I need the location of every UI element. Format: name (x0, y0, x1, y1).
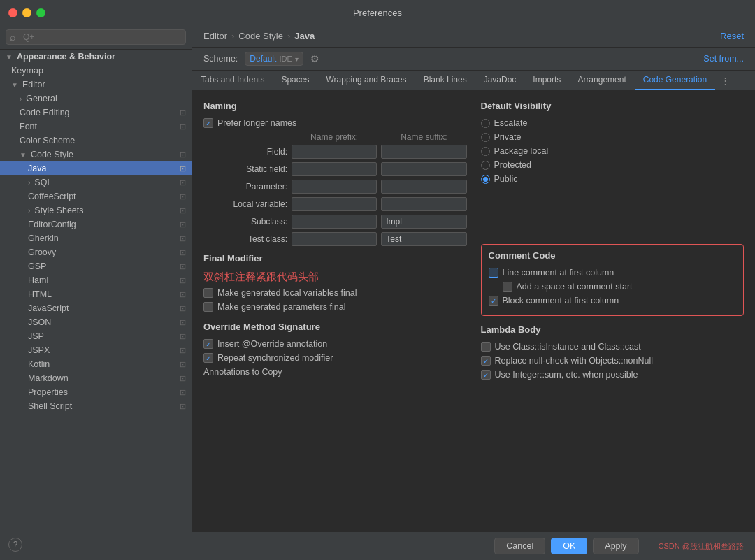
make-params-final-checkbox[interactable] (203, 302, 213, 312)
naming-row-subclass: Subclass: (203, 215, 467, 229)
tabs-row: Tabs and Indents Spaces Wrapping and Bra… (192, 71, 755, 91)
radio-public: Public (481, 174, 745, 184)
sidebar-item-editorconfig[interactable]: EditorConfig ⊡ (0, 217, 192, 231)
sidebar-item-gherkin[interactable]: Gherkin ⊡ (0, 231, 192, 245)
tab-tabs-indents[interactable]: Tabs and Indents (192, 71, 273, 90)
sidebar-item-java[interactable]: Java ⊡ (0, 161, 192, 175)
add-space-checkbox[interactable] (503, 282, 512, 292)
reset-button[interactable]: Reset (720, 31, 744, 41)
sidebar-item-jspx[interactable]: JSPX ⊡ (0, 343, 192, 357)
tab-javadoc[interactable]: JavaDoc (475, 71, 525, 90)
sidebar-item-shell-script[interactable]: Shell Script ⊡ (0, 399, 192, 413)
sidebar-item-color-scheme[interactable]: Color Scheme (0, 134, 192, 148)
close-button[interactable] (8, 8, 17, 17)
sidebar-item-kotlin[interactable]: Kotlin ⊡ (0, 357, 192, 371)
sidebar-item-properties[interactable]: Properties ⊡ (0, 385, 192, 399)
use-isinstance-row: Use Class::isInstance and Class::cast (481, 342, 745, 352)
public-radio[interactable] (481, 175, 490, 184)
package-local-radio[interactable] (481, 147, 490, 156)
subclass-suffix-input[interactable] (381, 215, 466, 229)
sidebar-item-appearance[interactable]: ▼ Appearance & Behavior (0, 50, 192, 64)
sidebar-item-code-style[interactable]: ▼ Code Style ⊡ (0, 148, 192, 161)
cancel-button[interactable]: Cancel (494, 538, 545, 554)
local-var-prefix-input[interactable] (292, 197, 377, 211)
window-controls[interactable] (8, 8, 45, 17)
page-icon: ⊡ (180, 304, 186, 313)
static-field-prefix-input[interactable] (292, 162, 377, 176)
apply-button[interactable]: Apply (593, 538, 638, 554)
local-var-suffix-input[interactable] (381, 197, 466, 211)
scheme-select[interactable]: Default IDE ▾ (245, 52, 303, 66)
escalate-radio[interactable] (481, 119, 490, 128)
subclass-prefix-input[interactable] (292, 215, 377, 229)
page-icon: ⊡ (180, 108, 186, 117)
tab-imports[interactable]: Imports (524, 71, 569, 90)
tab-blank-lines[interactable]: Blank Lines (415, 71, 475, 90)
content-scroll: Naming Prefer longer names Name prefix: … (192, 91, 755, 531)
two-col-layout: Naming Prefer longer names Name prefix: … (203, 101, 744, 384)
repeat-synchronized-checkbox[interactable] (203, 353, 213, 363)
parameter-prefix-input[interactable] (292, 180, 377, 194)
field-prefix-input[interactable] (292, 145, 377, 159)
page-icon: ⊡ (180, 276, 186, 285)
protected-radio[interactable] (481, 161, 490, 170)
make-local-final-checkbox[interactable] (203, 288, 213, 298)
sidebar-item-sql[interactable]: › SQL ⊡ (0, 175, 192, 189)
tab-spaces[interactable]: Spaces (273, 71, 317, 90)
gear-button[interactable]: ⚙ (310, 53, 319, 64)
sidebar-item-javascript[interactable]: JavaScript ⊡ (0, 301, 192, 315)
sidebar-item-keymap[interactable]: Keymap (0, 64, 192, 78)
sidebar: ▼ Appearance & Behavior Keymap ▼ Editor … (0, 25, 192, 560)
sidebar-item-html[interactable]: HTML ⊡ (0, 287, 192, 301)
maximize-button[interactable] (36, 8, 45, 17)
field-suffix-input[interactable] (381, 145, 466, 159)
breadcrumb-editor: Editor (203, 31, 227, 41)
sidebar-item-jsp[interactable]: JSP ⊡ (0, 329, 192, 343)
prefer-longer-names-checkbox[interactable] (203, 118, 213, 128)
override-section: Override Method Signature Insert @Overri… (203, 322, 467, 377)
test-class-suffix-input[interactable] (381, 232, 466, 246)
static-field-suffix-input[interactable] (381, 162, 466, 176)
tab-arrangement[interactable]: Arrangement (569, 71, 634, 90)
page-icon: ⊡ (180, 318, 186, 327)
sidebar-item-haml[interactable]: Haml ⊡ (0, 273, 192, 287)
private-radio[interactable] (481, 133, 490, 142)
use-integer-sum-checkbox[interactable] (481, 370, 491, 380)
use-isinstance-checkbox[interactable] (481, 342, 491, 352)
tab-code-generation[interactable]: Code Generation (635, 71, 715, 90)
arrow-icon: › (20, 95, 22, 103)
sidebar-item-code-editing[interactable]: Code Editing ⊡ (0, 106, 192, 120)
cn-annotation: 双斜杠注释紧跟代码头部 (203, 271, 467, 284)
search-input[interactable] (6, 29, 186, 45)
replace-null-check-checkbox[interactable] (481, 356, 491, 366)
sidebar-item-general[interactable]: › General (0, 92, 192, 106)
line-comment-first-checkbox[interactable] (489, 268, 498, 278)
sidebar-item-groovy[interactable]: Groovy ⊡ (0, 245, 192, 259)
page-icon: ⊡ (180, 178, 186, 187)
sidebar-item-coffeescript[interactable]: CoffeeScript ⊡ (0, 189, 192, 203)
final-modifier-title: Final Modifier (203, 253, 467, 264)
sidebar-item-editor[interactable]: ▼ Editor (0, 78, 192, 92)
sidebar-item-font[interactable]: Font ⊡ (0, 120, 192, 134)
escalate-label: Escalate (494, 118, 528, 128)
block-comment-first-checkbox[interactable] (489, 296, 498, 306)
parameter-suffix-input[interactable] (381, 180, 466, 194)
test-class-prefix-input[interactable] (292, 232, 377, 246)
sidebar-item-json[interactable]: JSON ⊡ (0, 315, 192, 329)
tab-wrapping[interactable]: Wrapping and Braces (317, 71, 415, 90)
right-column: Default Visibility Escalate Private Pack… (481, 101, 745, 384)
sidebar-item-style-sheets[interactable]: › Style Sheets ⊡ (0, 203, 192, 217)
radio-escalate: Escalate (481, 118, 745, 128)
minimize-button[interactable] (22, 8, 31, 17)
sidebar-item-markdown[interactable]: Markdown ⊡ (0, 371, 192, 385)
ok-button[interactable]: OK (551, 538, 587, 554)
search-wrap (6, 29, 186, 45)
set-from-button[interactable]: Set from... (703, 54, 744, 64)
page-icon: ⊡ (180, 374, 186, 383)
help-button[interactable]: ? (8, 538, 22, 552)
sidebar-item-gsp[interactable]: GSP ⊡ (0, 259, 192, 273)
insert-override-checkbox[interactable] (203, 339, 213, 349)
sidebar-item-label: CoffeeScript (28, 192, 76, 201)
override-title: Override Method Signature (203, 322, 467, 332)
tab-more-button[interactable]: ⋮ (715, 71, 735, 90)
